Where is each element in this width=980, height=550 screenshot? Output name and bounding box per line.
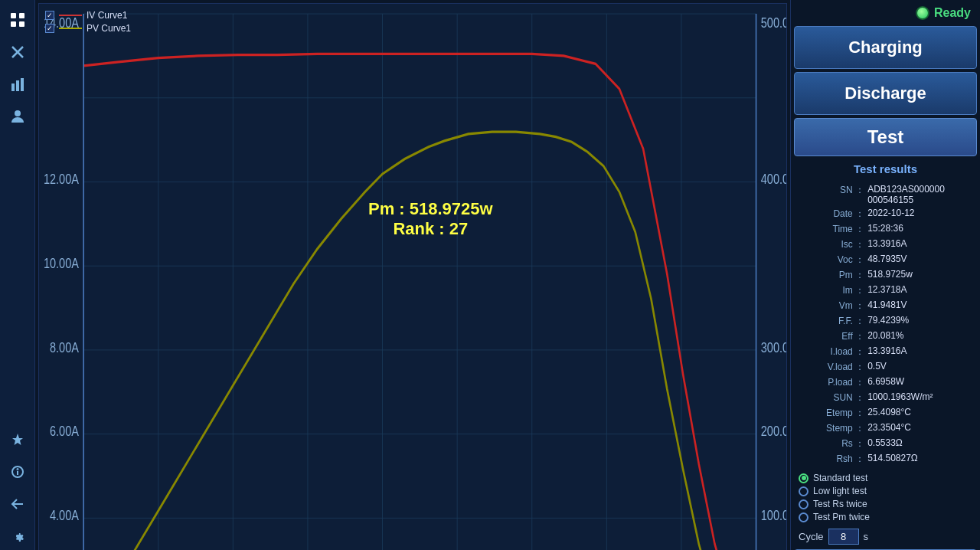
standard-test-indicator [799, 473, 808, 483]
chart-container: IV Curve1 PV Curve1 Pm : 518.9725w Rank … [38, 3, 787, 550]
back-icon[interactable] [4, 490, 31, 518]
discharge-button[interactable]: Discharge [794, 72, 977, 115]
svg-text:200.00W: 200.00W [761, 424, 786, 439]
pload-value: 6.6958W [867, 375, 974, 390]
standard-test-radio[interactable]: Standard test [799, 473, 972, 483]
svg-rect-2 [11, 21, 16, 27]
date-value: 2022-10-12 [867, 207, 974, 221]
ff-value: 79.4239% [867, 314, 974, 329]
eff-value: 20.081% [867, 329, 974, 344]
im-value: 12.3718A [867, 283, 974, 298]
test-pm-twice-label: Test Pm twice [813, 512, 870, 522]
etemp-label: Etemp ： [797, 406, 864, 421]
cycle-label: Cycle [799, 531, 824, 542]
iload-label: I.load ： [797, 345, 864, 359]
ff-label: F.F. ： [797, 314, 864, 329]
rs-value: 0.5533Ω [867, 437, 974, 451]
ready-indicator [916, 6, 929, 20]
svg-point-9 [15, 110, 21, 116]
svg-text:8.00A: 8.00A [50, 339, 79, 355]
iload-value: 13.3916A [867, 345, 974, 359]
rs-label: Rs ： [797, 437, 864, 451]
stemp-label: Stemp ： [797, 421, 864, 436]
svg-text:300.00W: 300.00W [761, 339, 786, 355]
svg-text:12.00A: 12.00A [44, 171, 79, 186]
sn-label: SN ： [797, 183, 864, 206]
svg-text:10.00A: 10.00A [44, 255, 79, 270]
test-rs-twice-indicator [799, 499, 808, 509]
pm-label: Pm ： [797, 268, 864, 283]
pload-label: P.load ： [797, 375, 864, 390]
svg-text:500.00W: 500.00W [761, 15, 786, 31]
iv-curve-line [59, 15, 82, 16]
low-light-test-label: Low light test [813, 486, 867, 496]
test-results-title: Test results [794, 159, 977, 178]
legend-item-iv: IV Curve1 [45, 10, 131, 21]
test-mode-radio-group: Standard test Low light test Test Rs twi… [794, 471, 977, 524]
grid-icon[interactable] [4, 6, 31, 34]
iv-curve-checkbox[interactable] [45, 11, 54, 20]
voc-label: Voc ： [797, 253, 864, 267]
info-icon[interactable] [4, 458, 31, 486]
im-label: Im ： [797, 283, 864, 298]
charging-button[interactable]: Charging [794, 26, 977, 69]
vm-label: Vm ： [797, 299, 864, 313]
svg-text:6.00A: 6.00A [50, 424, 79, 439]
svg-text:400.00W: 400.00W [761, 171, 786, 186]
main-content: IV Curve1 PV Curve1 Pm : 518.9725w Rank … [35, 0, 980, 550]
cycle-row: Cycle s [794, 527, 977, 546]
svg-rect-6 [11, 83, 15, 91]
sun-label: SUN ： [797, 391, 864, 405]
pin-icon[interactable] [4, 426, 31, 453]
isc-label: Isc ： [797, 237, 864, 252]
pm-value: 518.9725w [867, 268, 974, 283]
rsh-label: Rsh ： [797, 452, 864, 467]
time-value: 15:28:36 [867, 222, 974, 237]
sun-value: 1000.1963W/m² [867, 391, 974, 405]
standard-test-label: Standard test [813, 473, 867, 483]
svg-text:4.00A: 4.00A [50, 507, 79, 522]
settings-icon[interactable] [4, 522, 31, 550]
bar-chart-icon[interactable] [4, 70, 31, 98]
svg-rect-3 [19, 21, 24, 27]
svg-rect-8 [21, 78, 24, 91]
etemp-value: 25.4098°C [867, 406, 974, 421]
vload-value: 0.5V [867, 360, 974, 375]
pv-curve-line [59, 28, 82, 29]
eff-label: Eff ： [797, 329, 864, 344]
pv-curve-label: PV Curve1 [87, 23, 131, 34]
svg-rect-1 [19, 13, 24, 18]
ready-label: Ready [934, 6, 971, 20]
user-icon[interactable] [4, 103, 31, 130]
legend-item-pv: PV Curve1 [45, 23, 131, 34]
svg-rect-7 [16, 80, 19, 91]
low-light-test-indicator [799, 486, 808, 496]
test-pm-twice-radio[interactable]: Test Pm twice [799, 512, 972, 522]
chart-area: IV Curve1 PV Curve1 Pm : 518.9725w Rank … [35, 0, 980, 550]
right-panel: Ready Charging Discharge Test Test resul… [790, 0, 980, 550]
iv-curve-label: IV Curve1 [87, 10, 127, 21]
test-button[interactable]: Test [794, 118, 977, 156]
cycle-unit: s [864, 531, 869, 542]
pv-curve-checkbox[interactable] [45, 24, 54, 33]
rsh-value: 514.50827Ω [867, 452, 974, 467]
chart-legend: IV Curve1 PV Curve1 [45, 10, 131, 34]
time-label: Time ： [797, 222, 864, 237]
svg-rect-0 [11, 13, 16, 18]
test-rs-twice-radio[interactable]: Test Rs twice [799, 499, 972, 509]
svg-text:100.00W: 100.00W [761, 507, 786, 522]
close-x-icon[interactable] [4, 38, 31, 66]
low-light-test-radio[interactable]: Low light test [799, 486, 972, 496]
test-pm-twice-indicator [799, 512, 808, 522]
sn-value: ADB123AS000000000546155 [867, 183, 974, 206]
isc-value: 13.3916A [867, 237, 974, 252]
voc-value: 48.7935V [867, 253, 974, 267]
status-row: Ready [794, 3, 977, 23]
stemp-value: 23.3504°C [867, 421, 974, 436]
chart-svg: 0.00A 2.00A 4.00A 6.00A 8.00A 10.00A 12.… [39, 4, 786, 550]
results-grid: SN ： ADB123AS000000000546155 Date ： 2022… [794, 182, 977, 468]
vload-label: V.load ： [797, 360, 864, 375]
test-rs-twice-label: Test Rs twice [813, 499, 867, 509]
date-label: Date ： [797, 207, 864, 221]
cycle-input[interactable] [828, 529, 859, 545]
